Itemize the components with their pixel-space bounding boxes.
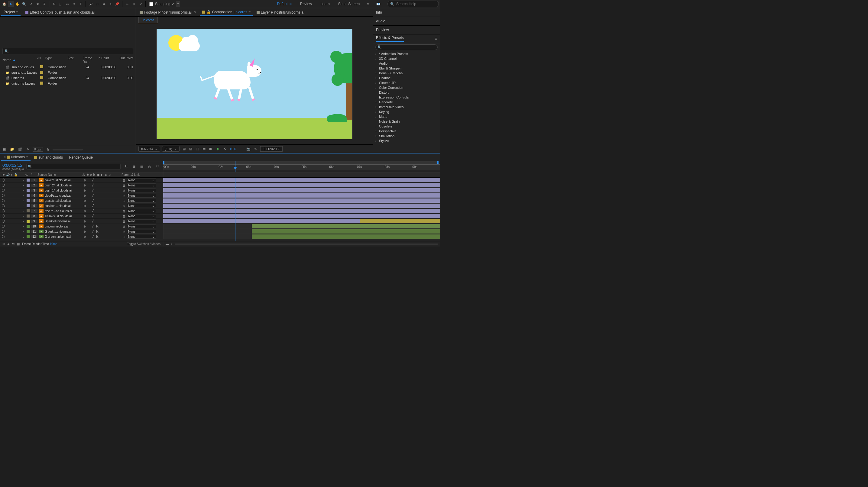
twirl-icon[interactable]: › (21, 225, 25, 228)
tab-effect-controls[interactable]: Effect Controls bush 1/sun and clouds.ai (23, 9, 97, 16)
playhead[interactable] (235, 161, 236, 172)
parent-dropdown[interactable]: None⌄ (127, 214, 156, 218)
twirl-icon[interactable]: › (21, 189, 25, 192)
effect-category[interactable]: ›* Animation Presets (373, 51, 440, 56)
col-out[interactable]: Out Point (114, 56, 133, 63)
visibility-toggle[interactable] (2, 184, 5, 187)
zoom-out-icon[interactable]: ▬ (166, 242, 168, 246)
zoom-dropdown[interactable]: (66.7%)⌄ (138, 146, 160, 152)
layer-bar-area[interactable] (163, 177, 440, 183)
tab-footage[interactable]: Footage P nostrils/unicorns.ai × (137, 9, 198, 16)
visibility-toggle[interactable] (2, 194, 5, 197)
col-tag[interactable]: 🏷 (37, 56, 45, 63)
draft3d-icon[interactable]: ⊞ (131, 164, 137, 170)
switch-icon[interactable]: ⊕ (84, 220, 87, 223)
rotate-tool-icon[interactable]: ↻ (51, 1, 57, 7)
selection-tool-icon[interactable]: ➤ (8, 1, 14, 7)
workspace-small-screen[interactable]: Small Screen (337, 2, 361, 6)
snap-opt-icon[interactable]: ⤢ (172, 2, 175, 6)
snapping-checkbox[interactable] (149, 2, 153, 6)
solo-col-icon[interactable]: ● (11, 173, 13, 176)
layer-name[interactable]: sun/sun... clouds.ai (45, 204, 84, 207)
layer-color-label[interactable] (27, 209, 30, 213)
layer-bar-area[interactable] (163, 203, 440, 208)
switch-icon[interactable]: ⊕ (84, 184, 87, 187)
switch-icon[interactable]: ╱ (92, 215, 95, 218)
twirl-icon[interactable]: › (21, 194, 25, 197)
layer-color-label[interactable] (27, 204, 30, 207)
layer-name[interactable]: bush 2/...d clouds.ai (45, 184, 84, 187)
timeline-timecode[interactable]: 0:00:02:12 00060 (24.00 fps) (2, 163, 24, 171)
tab-project[interactable]: Project ≡ (1, 9, 21, 16)
switch-icon[interactable]: ╱ (92, 184, 95, 187)
project-row[interactable]: ›📁sun and... LayersFolder (0, 70, 136, 75)
col-name[interactable]: Name (2, 58, 11, 62)
close-icon[interactable]: × (4, 155, 6, 159)
visibility-toggle[interactable] (2, 215, 5, 218)
effect-category[interactable]: ›3D Channel (373, 56, 440, 61)
parent-dropdown[interactable]: None⌄ (127, 199, 156, 203)
twirl-icon[interactable]: › (21, 178, 25, 182)
visibility-toggle[interactable] (2, 220, 5, 223)
project-search[interactable]: 🔍 (2, 48, 133, 54)
timeline-layer-row[interactable]: › 4 Ai cloud/s...d clouds.ai ⊕╱ ◎None⌄ (0, 193, 440, 198)
effect-category[interactable]: ›Boris FX Mocha (373, 71, 440, 75)
more-workspaces-icon[interactable]: » (367, 1, 369, 6)
layer-bar-area[interactable] (163, 229, 440, 234)
layer-bar-area[interactable] (163, 219, 440, 224)
timeline-layer-row[interactable]: › 1 Ai flower/...d clouds.ai ⊕╱ ◎None⌄ (0, 177, 440, 183)
grid-icon[interactable]: ▭ (201, 147, 207, 151)
effect-category[interactable]: ›Obsolete (373, 124, 440, 129)
timeline-tab-renderqueue[interactable]: Render Queue (66, 154, 95, 161)
axis-y-icon[interactable]: ⬍ (131, 1, 137, 7)
layer-name[interactable]: bush 1/...d clouds.ai (45, 189, 84, 192)
layer-name[interactable]: flower/...d clouds.ai (45, 178, 84, 182)
visibility-toggle[interactable] (2, 199, 5, 202)
twirl-icon[interactable]: › (21, 184, 25, 187)
layer-color-label[interactable] (27, 220, 30, 223)
effects-search[interactable]: 🔍 (375, 44, 438, 50)
type-tool-icon[interactable]: T (78, 1, 84, 7)
effect-category[interactable]: ›Expression Controls (373, 95, 440, 100)
layer-name[interactable]: tree to...nd clouds.ai (45, 209, 84, 213)
pickwhip-icon[interactable]: ◎ (123, 178, 125, 182)
workspace-review[interactable]: Review (299, 2, 313, 6)
timeline-search[interactable]: 🔍 (26, 164, 121, 169)
timeline-layer-row[interactable]: ⌄ 12 Ai G green...nicorns.ai ⊕╱fx ◎None⌄ (0, 234, 440, 239)
toggle-switches-icon2[interactable]: ◈ (7, 242, 10, 246)
layer-name[interactable]: Trunk/s...d clouds.ai (45, 215, 84, 218)
timeline-layer-row[interactable]: › 11 Ai G pink ...unicorns.ai ⊕╱fx ◎None… (0, 229, 440, 234)
effect-category[interactable]: ›Stylize (373, 138, 440, 143)
brush-tool-icon[interactable]: 🖌 (88, 1, 94, 7)
layer-bar-area[interactable] (163, 224, 440, 229)
pan-behind-tool-icon[interactable]: ✥ (34, 1, 40, 7)
visibility-toggle[interactable] (2, 225, 5, 228)
sw-shy-icon[interactable]: ⁂ (82, 173, 85, 177)
visibility-toggle[interactable] (2, 189, 5, 192)
pickwhip-icon[interactable]: ◎ (123, 204, 125, 207)
region-icon[interactable]: ⬚ (195, 147, 200, 151)
folder-icon[interactable]: 📁 (9, 147, 15, 153)
effect-category[interactable]: ›Matte (373, 114, 440, 119)
orbit-tool-icon[interactable]: ⟳ (28, 1, 34, 7)
layer-color-label[interactable] (27, 194, 30, 197)
exposure-value[interactable]: +0.0 (230, 147, 236, 151)
parent-dropdown[interactable]: None⌄ (127, 189, 156, 192)
workspace-default[interactable]: Default ≡ (276, 2, 292, 6)
effect-category[interactable]: ›Blur & Sharpen (373, 66, 440, 71)
effect-category[interactable]: ›Color Correction (373, 85, 440, 90)
visibility-toggle[interactable] (2, 209, 5, 213)
layer-bar-area[interactable] (163, 183, 440, 188)
anchor-tool-icon[interactable]: ↧ (41, 1, 47, 7)
layer-color-label[interactable] (27, 178, 30, 182)
snapping-toggle[interactable]: Snapping ⤢ ✦ (149, 1, 180, 7)
layer-bar-area[interactable] (163, 193, 440, 198)
parent-dropdown[interactable]: None⌄ (127, 224, 156, 228)
project-row[interactable]: 🎬sun and cloudsComposition240:00:00:000:… (0, 64, 136, 70)
layer-bar-area[interactable] (163, 198, 440, 203)
color-tag-icon[interactable] (40, 65, 43, 68)
layer-color-label[interactable] (27, 199, 30, 202)
layer-color-label[interactable] (27, 184, 30, 187)
layer-name[interactable]: unicorn vectors.ai (45, 225, 84, 228)
layer-color-label[interactable] (27, 189, 30, 192)
